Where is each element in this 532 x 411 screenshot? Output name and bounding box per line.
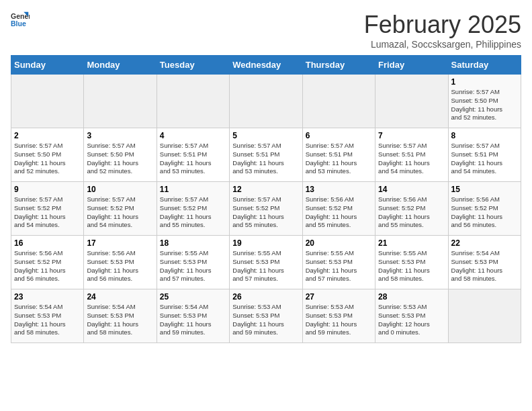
day-number: 10 (87, 185, 153, 194)
calendar-cell: 20Sunrise: 5:55 AM Sunset: 5:53 PM Dayli… (302, 236, 375, 289)
day-info: Sunrise: 5:57 AM Sunset: 5:51 PM Dayligh… (160, 142, 226, 176)
day-info: Sunrise: 5:56 AM Sunset: 5:52 PM Dayligh… (378, 195, 445, 230)
day-number: 20 (306, 238, 372, 248)
calendar-week-row: 16Sunrise: 5:56 AM Sunset: 5:52 PM Dayli… (11, 236, 521, 289)
calendar-cell: 9Sunrise: 5:57 AM Sunset: 5:52 PM Daylig… (11, 182, 84, 236)
calendar-cell: 25Sunrise: 5:54 AM Sunset: 5:53 PM Dayli… (157, 289, 229, 343)
day-info: Sunrise: 5:57 AM Sunset: 5:52 PM Dayligh… (87, 195, 153, 230)
calendar-cell: 18Sunrise: 5:55 AM Sunset: 5:53 PM Dayli… (157, 236, 229, 289)
day-info: Sunrise: 5:55 AM Sunset: 5:53 PM Dayligh… (378, 249, 445, 283)
day-number: 17 (87, 238, 153, 248)
day-number: 8 (451, 131, 518, 140)
day-number: 19 (232, 238, 299, 248)
day-number: 23 (14, 292, 81, 302)
calendar-cell (11, 75, 84, 128)
calendar-cell: 6Sunrise: 5:57 AM Sunset: 5:51 PM Daylig… (302, 128, 375, 182)
weekday-header: Friday (375, 56, 448, 75)
calendar-cell: 4Sunrise: 5:57 AM Sunset: 5:51 PM Daylig… (157, 128, 229, 182)
calendar-cell (230, 75, 302, 128)
location: Lumazal, Soccsksargen, Philippines (364, 39, 521, 50)
day-info: Sunrise: 5:54 AM Sunset: 5:53 PM Dayligh… (451, 249, 518, 283)
day-number: 22 (451, 238, 518, 248)
calendar-week-row: 23Sunrise: 5:54 AM Sunset: 5:53 PM Dayli… (11, 289, 521, 343)
calendar-cell: 7Sunrise: 5:57 AM Sunset: 5:51 PM Daylig… (375, 128, 448, 182)
calendar-cell: 12Sunrise: 5:57 AM Sunset: 5:52 PM Dayli… (230, 182, 302, 236)
day-info: Sunrise: 5:57 AM Sunset: 5:52 PM Dayligh… (14, 195, 81, 230)
calendar-cell: 24Sunrise: 5:54 AM Sunset: 5:53 PM Dayli… (84, 289, 157, 343)
weekday-header: Tuesday (157, 56, 229, 75)
day-info: Sunrise: 5:53 AM Sunset: 5:53 PM Dayligh… (378, 303, 445, 337)
title-block: February 2025 Lumazal, Soccsksargen, Phi… (364, 11, 521, 50)
calendar-cell: 17Sunrise: 5:56 AM Sunset: 5:53 PM Dayli… (84, 236, 157, 289)
day-number: 15 (451, 185, 518, 194)
month-title: February 2025 (364, 11, 521, 39)
calendar-cell: 21Sunrise: 5:55 AM Sunset: 5:53 PM Dayli… (375, 236, 448, 289)
day-number: 26 (232, 292, 299, 302)
calendar-week-row: 9Sunrise: 5:57 AM Sunset: 5:52 PM Daylig… (11, 182, 521, 236)
day-info: Sunrise: 5:57 AM Sunset: 5:51 PM Dayligh… (232, 142, 299, 176)
weekday-header: Saturday (448, 56, 521, 75)
day-number: 16 (14, 238, 81, 248)
day-number: 6 (306, 131, 372, 140)
day-info: Sunrise: 5:55 AM Sunset: 5:53 PM Dayligh… (306, 249, 372, 283)
svg-text:Blue: Blue (11, 19, 26, 28)
calendar-cell: 16Sunrise: 5:56 AM Sunset: 5:52 PM Dayli… (11, 236, 84, 289)
calendar-cell: 11Sunrise: 5:57 AM Sunset: 5:52 PM Dayli… (157, 182, 229, 236)
day-number: 3 (87, 131, 153, 140)
day-info: Sunrise: 5:54 AM Sunset: 5:53 PM Dayligh… (87, 303, 153, 337)
calendar-cell (84, 75, 157, 128)
day-info: Sunrise: 5:53 AM Sunset: 5:53 PM Dayligh… (232, 303, 299, 337)
day-number: 27 (306, 292, 372, 302)
calendar-week-row: 1Sunrise: 5:57 AM Sunset: 5:50 PM Daylig… (11, 75, 521, 128)
day-number: 21 (378, 238, 445, 248)
calendar-cell: 8Sunrise: 5:57 AM Sunset: 5:51 PM Daylig… (448, 128, 521, 182)
day-info: Sunrise: 5:57 AM Sunset: 5:51 PM Dayligh… (306, 142, 372, 176)
day-number: 11 (160, 185, 226, 194)
day-number: 13 (306, 185, 372, 194)
calendar-cell: 3Sunrise: 5:57 AM Sunset: 5:50 PM Daylig… (84, 128, 157, 182)
day-info: Sunrise: 5:56 AM Sunset: 5:53 PM Dayligh… (87, 249, 153, 283)
calendar-cell (302, 75, 375, 128)
day-number: 2 (14, 131, 81, 140)
calendar-cell: 14Sunrise: 5:56 AM Sunset: 5:52 PM Dayli… (375, 182, 448, 236)
day-info: Sunrise: 5:56 AM Sunset: 5:52 PM Dayligh… (451, 195, 518, 230)
day-number: 14 (378, 185, 445, 194)
day-info: Sunrise: 5:57 AM Sunset: 5:50 PM Dayligh… (14, 142, 81, 176)
day-number: 1 (451, 77, 518, 87)
calendar-cell: 23Sunrise: 5:54 AM Sunset: 5:53 PM Dayli… (11, 289, 84, 343)
day-number: 24 (87, 292, 153, 302)
weekday-header: Thursday (302, 56, 375, 75)
calendar-cell: 19Sunrise: 5:55 AM Sunset: 5:53 PM Dayli… (230, 236, 302, 289)
logo-icon: General Blue (11, 11, 30, 30)
day-number: 9 (14, 185, 81, 194)
day-info: Sunrise: 5:53 AM Sunset: 5:53 PM Dayligh… (306, 303, 372, 337)
calendar-week-row: 2Sunrise: 5:57 AM Sunset: 5:50 PM Daylig… (11, 128, 521, 182)
calendar-cell: 10Sunrise: 5:57 AM Sunset: 5:52 PM Dayli… (84, 182, 157, 236)
calendar-cell: 28Sunrise: 5:53 AM Sunset: 5:53 PM Dayli… (375, 289, 448, 343)
day-info: Sunrise: 5:57 AM Sunset: 5:50 PM Dayligh… (451, 88, 518, 122)
calendar-header: SundayMondayTuesdayWednesdayThursdayFrid… (11, 56, 521, 75)
calendar-cell: 26Sunrise: 5:53 AM Sunset: 5:53 PM Dayli… (230, 289, 302, 343)
calendar-body: 1Sunrise: 5:57 AM Sunset: 5:50 PM Daylig… (11, 75, 521, 343)
calendar-cell: 27Sunrise: 5:53 AM Sunset: 5:53 PM Dayli… (302, 289, 375, 343)
calendar-cell: 5Sunrise: 5:57 AM Sunset: 5:51 PM Daylig… (230, 128, 302, 182)
day-number: 7 (378, 131, 445, 140)
calendar-cell (375, 75, 448, 128)
calendar-cell: 22Sunrise: 5:54 AM Sunset: 5:53 PM Dayli… (448, 236, 521, 289)
day-number: 18 (160, 238, 226, 248)
day-info: Sunrise: 5:56 AM Sunset: 5:52 PM Dayligh… (14, 249, 81, 283)
weekday-header: Wednesday (230, 56, 302, 75)
calendar-cell (157, 75, 229, 128)
day-info: Sunrise: 5:57 AM Sunset: 5:52 PM Dayligh… (160, 195, 226, 230)
page-header: General Blue February 2025 Lumazal, Socc… (11, 11, 521, 50)
day-info: Sunrise: 5:57 AM Sunset: 5:51 PM Dayligh… (378, 142, 445, 176)
calendar-cell: 13Sunrise: 5:56 AM Sunset: 5:52 PM Dayli… (302, 182, 375, 236)
weekday-header: Monday (84, 56, 157, 75)
day-info: Sunrise: 5:56 AM Sunset: 5:52 PM Dayligh… (306, 195, 372, 230)
day-info: Sunrise: 5:55 AM Sunset: 5:53 PM Dayligh… (232, 249, 299, 283)
weekday-header: Sunday (11, 56, 84, 75)
day-info: Sunrise: 5:57 AM Sunset: 5:51 PM Dayligh… (451, 142, 518, 176)
day-info: Sunrise: 5:57 AM Sunset: 5:52 PM Dayligh… (232, 195, 299, 230)
day-number: 12 (232, 185, 299, 194)
day-number: 4 (160, 131, 226, 140)
